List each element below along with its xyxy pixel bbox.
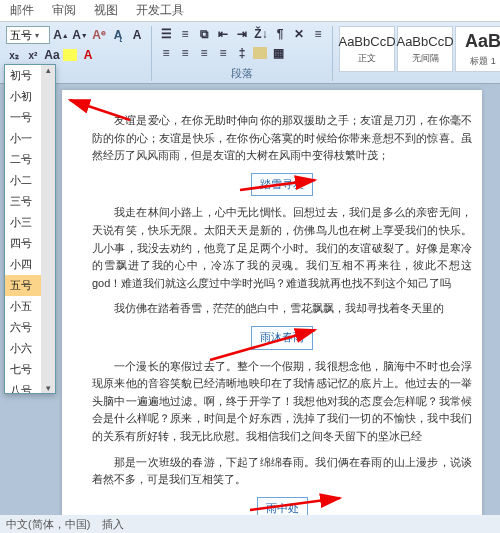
scroll-up-icon[interactable]: ▴ xyxy=(46,65,51,75)
font-size-option[interactable]: 五号 xyxy=(5,275,41,296)
ribbon: 五号 ▾ A▲ A▼ Aᵉ Ą A x₂ x² Aa A ☰ ≡ ⧉ ⇤ ⇥ Ž… xyxy=(0,22,500,84)
super-sub-icon[interactable]: x₂ xyxy=(6,47,22,63)
font-size-option[interactable]: 二号 xyxy=(5,149,41,170)
align-l-icon[interactable]: ≡ xyxy=(158,45,174,61)
shrink-font-icon[interactable]: A▼ xyxy=(72,27,88,43)
font-size-option[interactable]: 小四 xyxy=(5,254,41,275)
align-c-icon[interactable]: ≡ xyxy=(177,45,193,61)
font-size-option[interactable]: 七号 xyxy=(5,359,41,380)
align-dist-icon[interactable]: ✕ xyxy=(291,26,307,42)
font-size-option[interactable]: 小二 xyxy=(5,170,41,191)
styles-gallery: AaBbCcD 正文 AaBbCcD 无间隔 AaB 标题 1 AaBb 标题 … xyxy=(339,26,500,81)
style-heading1[interactable]: AaB 标题 1 xyxy=(455,26,500,72)
para-1: 友谊是爱心，在你无助时伸向你的那双援助之手；友谊是刀刃，在你毫不防的你的心；友谊… xyxy=(92,112,472,165)
menubar: 邮件 审阅 视图 开发工具 xyxy=(0,0,500,22)
font-style-a-icon[interactable]: A xyxy=(129,27,145,43)
char-style-icon[interactable]: Ą xyxy=(110,27,126,43)
menu-view[interactable]: 视图 xyxy=(94,2,118,19)
align-j-icon[interactable]: ≡ xyxy=(215,45,231,61)
status-language[interactable]: 中文(简体，中国) xyxy=(6,517,90,532)
chevron-down-icon: ▾ xyxy=(35,31,39,40)
style-normal[interactable]: AaBbCcD 正文 xyxy=(339,26,395,72)
document-area: 友谊是爱心，在你无助时伸向你的那双援助之手；友谊是刀刃，在你毫不防的你的心；友谊… xyxy=(0,84,500,519)
font-size-list[interactable]: 初号小初一号小一二号小二三号小三四号小四五号小五六号小六七号八号55.56.57… xyxy=(5,65,41,393)
font-size-option[interactable]: 六号 xyxy=(5,317,41,338)
font-size-option[interactable]: 小一 xyxy=(5,128,41,149)
multilevel-icon[interactable]: ⧉ xyxy=(196,26,212,42)
paragraph-group: ☰ ≡ ⧉ ⇤ ⇥ Ž↓ ¶ ✕ ≡ ≡ ≡ ≡ ≡ ‡ ▦ 段落 xyxy=(158,26,333,81)
heading-1[interactable]: 踏雪寻友 xyxy=(251,173,313,197)
indent-dec-icon[interactable]: ⇤ xyxy=(215,26,231,42)
sup-icon[interactable]: x² xyxy=(25,47,41,63)
menu-review[interactable]: 审阅 xyxy=(52,2,76,19)
font-size-option[interactable]: 初号 xyxy=(5,65,41,86)
bullets-icon[interactable]: ☰ xyxy=(158,26,174,42)
font-size-combo[interactable]: 五号 ▾ xyxy=(6,26,50,44)
style-nospace[interactable]: AaBbCcD 无间隔 xyxy=(397,26,453,72)
line-spacing-icon[interactable]: ‡ xyxy=(234,45,250,61)
status-bar: 中文(简体，中国) 插入 xyxy=(0,515,500,533)
numbering-icon[interactable]: ≡ xyxy=(177,26,193,42)
highlight-icon[interactable] xyxy=(63,49,77,61)
para-5: 那是一次班级的春游，下起了绵绵春雨。我们俩在春雨的山上漫步，说谈着然不多，可是我… xyxy=(92,454,472,489)
shading-icon[interactable] xyxy=(253,47,267,59)
font-size-option[interactable]: 一号 xyxy=(5,107,41,128)
font-size-option[interactable]: 小三 xyxy=(5,212,41,233)
heading-2[interactable]: 雨沐春雨 xyxy=(251,326,313,350)
font-size-value: 五号 xyxy=(10,28,32,43)
para-2: 我走在林间小路上，心中无比惆怅。回想过去，我们是多么的亲密无间，天说有笑，快乐无… xyxy=(92,204,472,292)
grow-font-icon[interactable]: A▲ xyxy=(53,27,69,43)
scroll-down-icon[interactable]: ▾ xyxy=(46,383,51,393)
font-size-option[interactable]: 四号 xyxy=(5,233,41,254)
font-size-option[interactable]: 小五 xyxy=(5,296,41,317)
font-size-option[interactable]: 八号 xyxy=(5,380,41,393)
para-3: 我仿佛在踏着香雪，茫茫的皑白中，雪花飘飘，我却寻找着冬天里的 xyxy=(92,300,472,318)
clear-format-icon[interactable]: Aᵉ xyxy=(91,27,107,43)
page[interactable]: 友谊是爱心，在你无助时伸向你的那双援助之手；友谊是刀刃，在你毫不防的你的心；友谊… xyxy=(62,90,482,519)
font-size-dropdown: 初号小初一号小一二号小二三号小三四号小四五号小五六号小六七号八号55.56.57… xyxy=(4,64,56,394)
status-mode[interactable]: 插入 xyxy=(102,517,124,532)
case-icon[interactable]: Aa xyxy=(44,47,60,63)
sort-icon[interactable]: Ž↓ xyxy=(253,26,269,42)
menu-mail[interactable]: 邮件 xyxy=(10,2,34,19)
paragraph-marks-icon[interactable]: ¶ xyxy=(272,26,288,42)
font-size-option[interactable]: 小六 xyxy=(5,338,41,359)
para-4: 一个漫长的寒假过去了。整个一个假期，我很想念他，脑海中不时也会浮现原来他的音容笑… xyxy=(92,358,472,446)
align-r-icon[interactable]: ≡ xyxy=(196,45,212,61)
borders-icon[interactable]: ▦ xyxy=(270,45,286,61)
font-color-icon[interactable]: A xyxy=(80,47,96,63)
indent-inc-icon[interactable]: ⇥ xyxy=(234,26,250,42)
font-size-option[interactable]: 小初 xyxy=(5,86,41,107)
align-left-icon[interactable]: ≡ xyxy=(310,26,326,42)
font-size-option[interactable]: 三号 xyxy=(5,191,41,212)
scrollbar[interactable]: ▴ ▾ xyxy=(41,65,55,393)
paragraph-label: 段落 xyxy=(158,66,326,81)
menu-devtools[interactable]: 开发工具 xyxy=(136,2,184,19)
